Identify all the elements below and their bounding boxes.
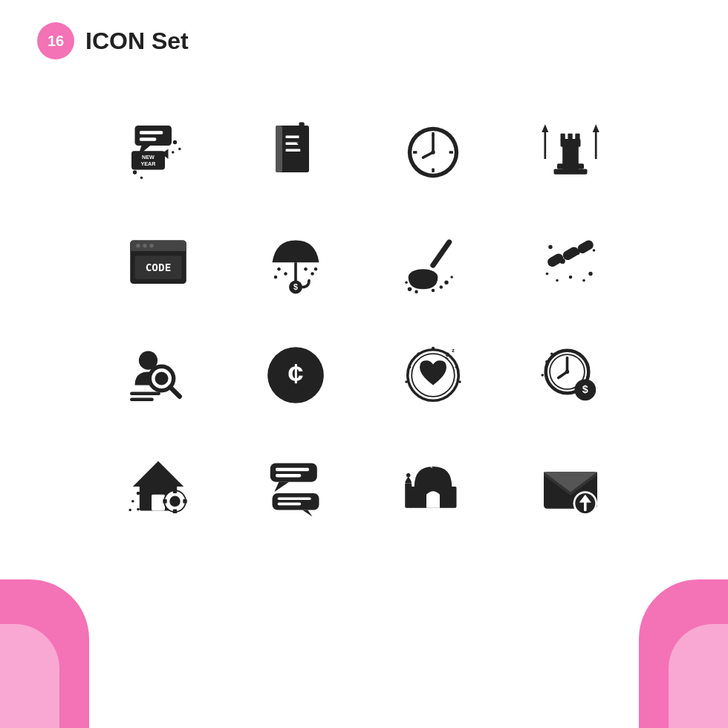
svg-rect-26 xyxy=(432,169,435,172)
svg-point-51 xyxy=(304,267,308,271)
svg-marker-121 xyxy=(274,482,289,493)
icon-insurance: $ xyxy=(227,208,364,319)
svg-point-43 xyxy=(136,244,140,247)
svg-point-53 xyxy=(273,276,277,279)
svg-point-118 xyxy=(137,508,140,511)
svg-point-52 xyxy=(311,272,314,276)
svg-text:NEW: NEW xyxy=(142,154,155,160)
svg-rect-122 xyxy=(276,468,309,472)
svg-point-54 xyxy=(313,267,317,271)
badge-number: 16 xyxy=(37,22,74,59)
svg-rect-115 xyxy=(183,499,186,503)
svg-marker-39 xyxy=(592,124,599,132)
svg-point-49 xyxy=(277,267,281,271)
icon-wall-clock xyxy=(364,97,501,208)
svg-rect-2 xyxy=(139,131,163,134)
svg-marker-125 xyxy=(302,510,313,517)
svg-point-59 xyxy=(407,287,411,291)
svg-rect-17 xyxy=(285,149,300,152)
svg-point-63 xyxy=(444,281,448,285)
svg-point-64 xyxy=(450,276,453,279)
icon-firecracker xyxy=(501,208,639,319)
svg-point-117 xyxy=(131,500,134,503)
svg-point-116 xyxy=(136,492,140,495)
svg-point-74 xyxy=(592,249,595,252)
svg-point-105 xyxy=(550,352,553,355)
svg-point-50 xyxy=(284,272,287,276)
svg-text:YEAR: YEAR xyxy=(140,160,156,167)
svg-point-45 xyxy=(149,244,153,247)
svg-rect-0 xyxy=(134,126,172,146)
icon-email-upload xyxy=(501,431,639,542)
svg-rect-34 xyxy=(553,169,587,175)
icon-grid: NEW YEAR xyxy=(30,82,698,557)
svg-rect-130 xyxy=(405,484,412,508)
svg-rect-126 xyxy=(277,497,311,500)
page-title: ICON Set xyxy=(85,27,189,55)
svg-point-44 xyxy=(143,244,146,247)
svg-text:CODE: CODE xyxy=(145,261,171,273)
svg-point-101 xyxy=(565,370,568,374)
svg-rect-114 xyxy=(163,499,166,503)
svg-rect-113 xyxy=(172,510,176,513)
svg-point-60 xyxy=(415,290,418,294)
svg-text:$: $ xyxy=(293,282,298,291)
svg-point-69 xyxy=(559,259,565,264)
svg-point-24 xyxy=(431,150,435,154)
svg-point-76 xyxy=(556,279,559,282)
svg-point-131 xyxy=(406,473,410,477)
svg-rect-14 xyxy=(276,126,282,172)
svg-point-119 xyxy=(129,509,131,512)
svg-text:¢: ¢ xyxy=(287,358,303,389)
icon-code-window: CODE xyxy=(89,208,227,319)
svg-point-9 xyxy=(172,151,175,154)
icon-new-year-chat: NEW YEAR xyxy=(89,97,227,208)
svg-point-62 xyxy=(439,285,443,289)
svg-text:z: z xyxy=(452,347,455,354)
icon-colon-currency: ¢ xyxy=(227,319,364,431)
svg-marker-37 xyxy=(542,124,548,132)
svg-point-8 xyxy=(172,140,176,144)
svg-point-12 xyxy=(140,176,143,179)
svg-marker-107 xyxy=(132,461,183,487)
svg-rect-112 xyxy=(172,490,176,493)
svg-point-92 xyxy=(417,352,420,355)
icon-plunger xyxy=(364,208,501,319)
icon-chess-tower xyxy=(501,97,639,208)
svg-line-81 xyxy=(170,387,180,397)
svg-rect-31 xyxy=(560,134,565,140)
svg-rect-120 xyxy=(270,464,316,482)
svg-point-94 xyxy=(405,380,408,383)
svg-rect-27 xyxy=(413,151,417,154)
icon-mosque xyxy=(364,431,501,542)
icon-love-plate: z z xyxy=(364,319,501,431)
svg-point-90 xyxy=(455,365,458,368)
svg-rect-25 xyxy=(432,132,435,136)
svg-rect-127 xyxy=(277,503,301,506)
svg-rect-82 xyxy=(130,392,160,396)
svg-point-72 xyxy=(588,272,592,276)
svg-point-10 xyxy=(178,148,181,151)
svg-rect-28 xyxy=(449,151,452,154)
svg-rect-124 xyxy=(272,493,319,510)
svg-rect-35 xyxy=(557,163,584,169)
svg-point-80 xyxy=(155,372,168,386)
icon-smart-home xyxy=(89,431,227,542)
svg-text:z: z xyxy=(445,353,449,360)
svg-point-71 xyxy=(548,245,552,249)
svg-point-91 xyxy=(408,365,411,368)
icon-person-search xyxy=(89,319,227,431)
svg-rect-18 xyxy=(299,123,304,143)
svg-point-106 xyxy=(541,374,544,377)
svg-rect-3 xyxy=(139,137,156,141)
page-header: 16 ICON Set xyxy=(0,0,728,82)
svg-rect-83 xyxy=(130,398,154,402)
svg-point-70 xyxy=(574,250,579,255)
svg-rect-33 xyxy=(575,134,579,140)
svg-rect-32 xyxy=(568,134,572,140)
icon-time-money: $ xyxy=(501,319,639,431)
svg-rect-123 xyxy=(276,474,301,478)
svg-point-93 xyxy=(458,380,461,383)
svg-point-111 xyxy=(169,496,180,507)
svg-point-75 xyxy=(568,276,572,279)
